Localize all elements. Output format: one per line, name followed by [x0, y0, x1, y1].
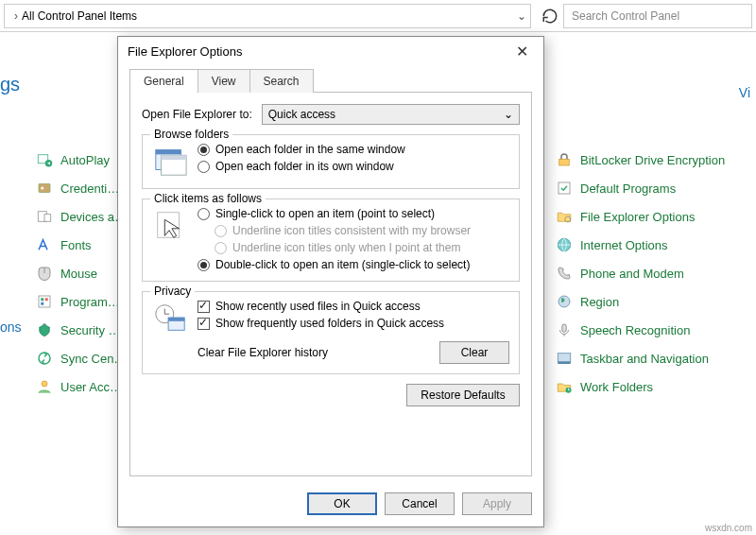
- refresh-icon: [541, 8, 558, 25]
- history-clock-icon: [152, 300, 188, 336]
- cpl-item-taskbar[interactable]: Taskbar and Navigation: [556, 350, 745, 367]
- cpl-item-workfolders[interactable]: Work Folders: [556, 378, 745, 395]
- radio-double-click[interactable]: Double-click to open an item (single-cli…: [198, 258, 471, 271]
- cpl-item-phone[interactable]: Phone and Modem: [556, 265, 745, 282]
- cancel-button[interactable]: Cancel: [385, 492, 455, 515]
- security-icon: [36, 321, 53, 338]
- radio-label: Open each folder in the same window: [215, 143, 405, 156]
- cpl-item-folderopts[interactable]: File Explorer Options: [556, 208, 745, 225]
- tab-panel-general: Open File Explorer to: Quick access ⌄ Br…: [129, 92, 532, 476]
- checkbox-label: Show recently used files in Quick access: [215, 300, 421, 313]
- group-legend-privacy: Privacy: [150, 285, 195, 298]
- radio-label: Underline icon titles consistent with my…: [232, 224, 471, 237]
- programs-icon: [36, 293, 53, 310]
- svg-rect-10: [41, 302, 43, 305]
- svg-rect-13: [559, 159, 570, 165]
- radio-single-click[interactable]: Single-click to open an item (point to s…: [198, 207, 471, 220]
- svg-rect-7: [39, 296, 50, 307]
- cpl-item-label: Security …: [60, 323, 121, 337]
- svg-rect-18: [562, 324, 567, 332]
- breadcrumb[interactable]: › All Control Panel Items ⌄: [4, 4, 531, 28]
- cpl-item-label: Default Programs: [580, 181, 676, 196]
- taskbar-icon: [556, 350, 573, 367]
- cpl-item-label: Work Folders: [580, 380, 653, 394]
- open-to-label: Open File Explorer to:: [142, 108, 252, 121]
- folderopts-icon: [556, 208, 573, 225]
- checkbox-recent-files[interactable]: Show recently used files in Quick access: [198, 300, 444, 313]
- cpl-item-user[interactable]: User Acc…: [36, 378, 121, 395]
- restore-defaults-button[interactable]: Restore Defaults: [406, 384, 520, 406]
- defaults-icon: [556, 180, 573, 197]
- folder-window-icon: [152, 143, 188, 179]
- workfolders-icon: [556, 378, 573, 395]
- svg-point-17: [558, 296, 570, 307]
- svg-rect-2: [39, 184, 50, 193]
- cpl-item-fonts[interactable]: Fonts: [36, 236, 121, 253]
- search-input[interactable]: Search Control Panel: [563, 4, 752, 28]
- restore-row: Restore Defaults: [142, 384, 520, 406]
- cpl-item-speech[interactable]: Speech Recognition: [556, 321, 745, 338]
- cpl-item-sync[interactable]: Sync Cen…: [36, 350, 121, 367]
- svg-rect-25: [162, 155, 187, 160]
- radio-icon: [215, 225, 227, 237]
- clear-history-row: Clear File Explorer history Clear: [152, 341, 509, 364]
- tab-search[interactable]: Search: [249, 69, 314, 93]
- cpl-item-label: Mouse: [60, 267, 97, 281]
- partial-text-ons: ons: [0, 319, 22, 335]
- radio-icon: [198, 259, 210, 271]
- open-to-row: Open File Explorer to: Quick access ⌄: [142, 104, 520, 125]
- radio-same-window[interactable]: Open each folder in the same window: [198, 143, 405, 156]
- close-button[interactable]: ✕: [510, 43, 534, 60]
- radio-label: Single-click to open an item (point to s…: [215, 207, 435, 220]
- tabs: General View Search: [118, 66, 543, 93]
- svg-rect-19: [558, 354, 571, 362]
- cpl-item-label: File Explorer Options: [580, 210, 695, 224]
- partial-text-gs: gs: [0, 74, 20, 95]
- radio-icon: [198, 161, 210, 173]
- radio-label: Underline icon titles only when I point …: [232, 241, 460, 254]
- region-icon: [556, 293, 573, 310]
- checkbox-icon: [198, 301, 210, 313]
- partial-text-vi: Vi: [739, 85, 750, 100]
- svg-point-3: [41, 187, 43, 190]
- cpl-item-label: Internet Options: [580, 238, 668, 252]
- mouse-icon: [36, 265, 53, 282]
- svg-rect-14: [558, 182, 570, 194]
- radio-own-window[interactable]: Open each folder in its own window: [198, 160, 405, 173]
- cpl-item-label: Phone and Modem: [580, 267, 684, 281]
- bitlocker-icon: [556, 151, 573, 168]
- dialog-title: File Explorer Options: [128, 44, 242, 59]
- watermark: wsxdn.com: [705, 523, 752, 533]
- cpl-item-mouse[interactable]: Mouse: [36, 265, 121, 282]
- clear-button[interactable]: Clear: [439, 341, 509, 364]
- address-toolbar: › All Control Panel Items ⌄ Search Contr…: [0, 0, 756, 32]
- cpl-item-autoplay[interactable]: AutoPlay: [36, 151, 121, 168]
- autoplay-icon: [36, 151, 53, 168]
- checkbox-icon: [198, 318, 210, 330]
- refresh-button[interactable]: [537, 4, 563, 28]
- tab-view[interactable]: View: [198, 69, 250, 93]
- cpl-item-programs[interactable]: Program…: [36, 293, 121, 310]
- speech-icon: [556, 321, 573, 338]
- tab-general[interactable]: General: [129, 69, 198, 93]
- sync-icon: [36, 350, 53, 367]
- radio-label: Double-click to open an item (single-cli…: [215, 258, 470, 271]
- radio-icon: [198, 208, 210, 220]
- cpl-item-label: Speech Recognition: [580, 323, 690, 337]
- cpl-item-credential[interactable]: Credenti…: [36, 180, 121, 197]
- cpl-item-label: Region: [580, 295, 619, 309]
- cpl-item-devices[interactable]: Devices a…: [36, 208, 121, 225]
- ok-button[interactable]: OK: [307, 492, 377, 515]
- chevron-down-icon[interactable]: ⌄: [517, 9, 526, 23]
- open-to-dropdown[interactable]: Quick access ⌄: [262, 104, 520, 125]
- open-to-value: Quick access: [268, 108, 335, 121]
- cpl-item-defaults[interactable]: Default Programs: [556, 180, 745, 197]
- cpl-item-region[interactable]: Region: [556, 293, 745, 310]
- cpl-item-inet[interactable]: Internet Options: [556, 236, 745, 253]
- cpl-item-security[interactable]: Security …: [36, 321, 121, 338]
- checkbox-frequent-folders[interactable]: Show frequently used folders in Quick ac…: [198, 317, 444, 330]
- radio-label: Open each folder in its own window: [215, 160, 394, 173]
- credential-icon: [36, 180, 53, 197]
- checkbox-label: Show frequently used folders in Quick ac…: [215, 317, 444, 330]
- cpl-item-bitlocker[interactable]: BitLocker Drive Encryption: [556, 151, 745, 168]
